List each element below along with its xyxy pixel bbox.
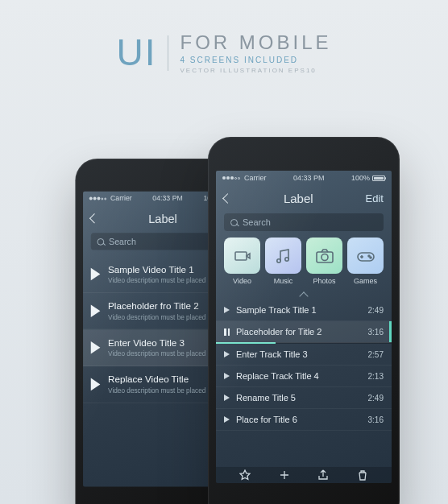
hero-header: UI FOR MOBILE 4 SCREENS INCLUDED VECTOR …	[0, 31, 448, 74]
bottom-toolbar	[216, 467, 392, 483]
phone-mockup-right: Carrier 04:33 PM 100% Label Edit Search …	[208, 137, 400, 504]
track-duration: 3:16	[368, 328, 384, 337]
track-row[interactable]: Place for Title 63:16	[216, 409, 392, 431]
track-title: Enter Track Title 3	[236, 349, 362, 359]
play-icon	[224, 307, 230, 313]
category-label: Music	[274, 277, 293, 285]
status-time: 04:33 PM	[152, 195, 182, 203]
search-placeholder: Search	[243, 217, 271, 227]
category-label: Video	[233, 277, 251, 285]
collapse-handle[interactable]	[216, 288, 392, 300]
svg-point-2	[284, 257, 288, 260]
edit-button[interactable]: Edit	[366, 192, 384, 204]
svg-point-6	[368, 255, 370, 257]
category-label: Games	[354, 277, 377, 285]
search-input[interactable]: Search	[224, 213, 384, 231]
video-icon	[224, 238, 260, 274]
track-duration: 2:49	[368, 306, 384, 315]
signal-icon: Carrier	[89, 195, 132, 203]
category-label: Photos	[313, 277, 335, 285]
category-music[interactable]: Music	[265, 238, 301, 285]
trash-icon[interactable]	[357, 469, 368, 481]
play-icon	[91, 304, 101, 317]
status-bar: Carrier 04:33 PM 100%	[216, 171, 392, 185]
search-icon	[230, 219, 238, 226]
nav-title: Label	[148, 212, 177, 225]
share-icon[interactable]	[317, 469, 329, 481]
play-icon	[91, 341, 101, 354]
track-duration: 2:57	[368, 350, 384, 359]
track-title: Replace Track Title 4	[236, 371, 362, 381]
music-icon	[265, 238, 301, 274]
category-gamepad[interactable]: Games	[347, 238, 384, 285]
category-video[interactable]: Video	[224, 238, 260, 285]
signal-icon: Carrier	[222, 174, 267, 182]
track-title: Sample Track Title 1	[236, 305, 362, 315]
svg-point-4	[321, 254, 328, 260]
hero-divider	[168, 35, 168, 71]
track-row[interactable]: Replace Track Title 42:13	[216, 366, 392, 387]
pause-icon	[224, 328, 230, 336]
hero-ui-text: UI	[116, 31, 156, 74]
play-icon	[224, 373, 230, 379]
plus-icon[interactable]	[279, 469, 290, 481]
play-icon	[224, 416, 230, 423]
track-title: Rename Title 5	[236, 393, 362, 403]
track-title: Placeholder for Title 2	[236, 327, 362, 337]
search-placeholder: Search	[109, 237, 136, 246]
carrier-label: Carrier	[110, 195, 132, 203]
nav-bar: Label Edit	[216, 185, 392, 213]
star-icon[interactable]	[239, 469, 251, 481]
svg-point-7	[370, 257, 371, 258]
hero-caption: VECTOR ILLUSTRATION EPS10	[180, 67, 316, 74]
status-time: 04:33 PM	[293, 174, 325, 182]
battery-indicator: 100%	[351, 174, 385, 182]
play-icon	[91, 378, 101, 391]
track-title: Place for Title 6	[236, 415, 362, 424]
svg-rect-0	[235, 252, 247, 260]
svg-point-1	[276, 258, 280, 262]
play-icon	[224, 351, 230, 357]
track-row[interactable]: Sample Track Title 12:49	[216, 300, 392, 321]
category-camera[interactable]: Photos	[306, 238, 342, 285]
search-icon	[97, 238, 105, 246]
gamepad-icon	[347, 238, 384, 274]
track-duration: 3:16	[368, 415, 384, 424]
nav-title: Label	[284, 192, 313, 205]
back-icon[interactable]	[89, 213, 99, 223]
track-row[interactable]: Placeholder for Title 23:16	[216, 321, 392, 343]
track-duration: 2:49	[368, 394, 384, 403]
hero-subtitle: 4 SCREENS INCLUDED	[180, 56, 298, 64]
carrier-label: Carrier	[244, 174, 267, 182]
camera-icon	[306, 238, 342, 274]
play-icon	[224, 395, 230, 401]
hero-mobile-text: FOR MOBILE	[180, 31, 331, 54]
play-icon	[91, 268, 101, 281]
battery-icon	[372, 176, 385, 181]
battery-label: 100%	[351, 174, 370, 182]
track-row[interactable]: Rename Title 52:49	[216, 387, 392, 409]
track-duration: 2:13	[368, 372, 384, 381]
track-row[interactable]: Enter Track Title 32:57	[216, 344, 392, 366]
back-icon[interactable]	[222, 193, 233, 204]
